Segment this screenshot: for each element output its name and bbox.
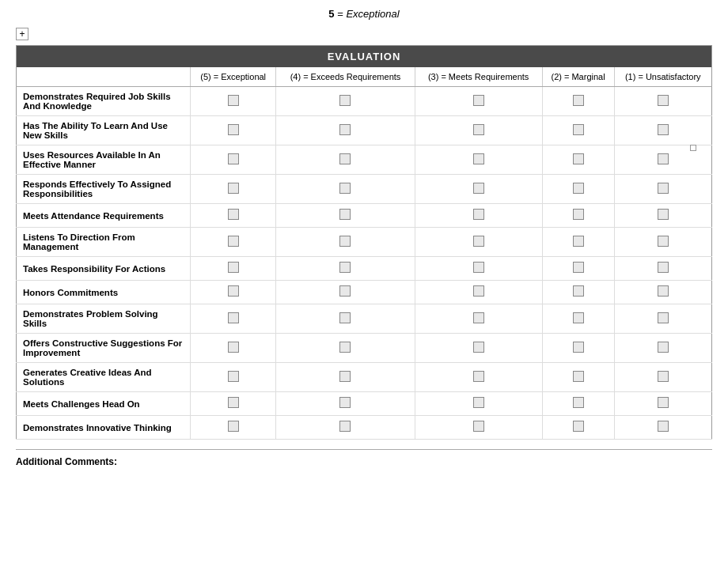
checkbox-cell[interactable] [276,175,415,204]
checkbox-cell[interactable] [542,304,614,334]
checkbox[interactable] [473,209,484,220]
checkbox-cell[interactable] [276,363,415,392]
checkbox[interactable] [339,285,351,297]
checkbox-cell[interactable] [415,145,542,175]
checkbox-cell[interactable] [276,416,415,440]
checkbox[interactable] [473,183,484,194]
checkbox-cell[interactable] [191,304,276,334]
checkbox-cell[interactable] [415,257,542,281]
checkbox-cell[interactable] [614,87,711,116]
checkbox[interactable] [473,312,484,323]
checkbox[interactable] [473,285,484,297]
checkbox[interactable] [473,397,484,408]
checkbox-cell[interactable] [415,87,542,116]
checkbox-cell[interactable] [614,175,711,204]
checkbox-cell[interactable] [542,87,614,116]
checkbox-cell[interactable] [542,392,614,416]
checkbox[interactable] [473,421,484,432]
checkbox[interactable] [339,183,351,194]
checkbox-cell[interactable] [614,257,711,281]
checkbox[interactable] [228,236,239,247]
checkbox[interactable] [339,95,351,106]
checkbox[interactable] [473,236,484,247]
checkbox[interactable] [658,421,669,432]
checkbox[interactable] [658,236,669,247]
checkbox[interactable] [339,342,351,353]
checkbox[interactable] [339,371,351,382]
checkbox[interactable] [473,371,484,382]
checkbox-cell[interactable] [276,392,415,416]
checkbox-cell[interactable] [614,281,711,304]
checkbox-cell[interactable] [542,145,614,175]
checkbox-cell[interactable] [191,175,276,204]
checkbox[interactable] [228,153,239,164]
checkbox-cell[interactable] [276,204,415,228]
expand-icon[interactable]: + [16,28,28,40]
checkbox-cell[interactable] [614,416,711,440]
checkbox[interactable] [339,236,351,247]
checkbox[interactable] [658,312,669,323]
checkbox[interactable] [228,124,239,135]
checkbox[interactable] [473,124,484,135]
checkbox-cell[interactable] [415,175,542,204]
checkbox[interactable] [473,342,484,353]
checkbox[interactable] [228,421,239,432]
checkbox-cell[interactable] [542,175,614,204]
checkbox-cell[interactable] [542,228,614,257]
checkbox[interactable] [228,262,239,273]
checkbox[interactable] [658,371,669,382]
checkbox[interactable] [228,95,239,106]
checkbox[interactable] [658,153,669,164]
checkbox[interactable] [339,124,351,135]
checkbox-cell[interactable] [614,363,711,392]
checkbox-cell[interactable] [542,257,614,281]
checkbox-cell[interactable] [415,228,542,257]
checkbox[interactable] [573,95,584,106]
checkbox[interactable] [339,421,351,432]
checkbox-cell[interactable] [542,334,614,363]
checkbox-cell[interactable] [276,116,415,145]
checkbox[interactable] [339,153,351,164]
checkbox[interactable] [658,397,669,408]
checkbox-cell[interactable] [542,204,614,228]
checkbox-cell[interactable] [542,416,614,440]
checkbox[interactable] [228,342,239,353]
checkbox[interactable] [228,312,239,323]
checkbox[interactable] [573,397,584,408]
checkbox-cell[interactable] [276,87,415,116]
checkbox-cell[interactable] [191,145,276,175]
checkbox-cell[interactable] [542,116,614,145]
checkbox-cell[interactable] [276,334,415,363]
checkbox-cell[interactable] [614,304,711,334]
checkbox[interactable] [573,262,584,273]
checkbox[interactable] [573,236,584,247]
checkbox[interactable] [339,312,351,323]
checkbox-cell[interactable] [614,334,711,363]
checkbox-cell[interactable] [276,228,415,257]
checkbox-cell[interactable] [191,334,276,363]
checkbox-cell[interactable] [415,334,542,363]
checkbox[interactable] [658,285,669,297]
checkbox-cell[interactable] [191,87,276,116]
checkbox[interactable] [473,95,484,106]
checkbox-cell[interactable] [191,228,276,257]
checkbox-cell[interactable] [542,281,614,304]
checkbox[interactable] [573,209,584,220]
checkbox[interactable] [658,124,669,135]
checkbox[interactable] [573,342,584,353]
checkbox[interactable] [658,342,669,353]
checkbox-cell[interactable] [614,116,711,145]
checkbox[interactable] [339,262,351,273]
checkbox-cell[interactable] [191,416,276,440]
checkbox-cell[interactable] [542,363,614,392]
checkbox-cell[interactable] [614,392,711,416]
checkbox-cell[interactable] [276,145,415,175]
checkbox-cell[interactable] [191,257,276,281]
checkbox[interactable] [228,183,239,194]
checkbox[interactable] [339,397,351,408]
checkbox-cell[interactable] [415,116,542,145]
checkbox[interactable] [473,153,484,164]
checkbox[interactable] [658,209,669,220]
checkbox[interactable] [573,183,584,194]
checkbox[interactable] [573,312,584,323]
